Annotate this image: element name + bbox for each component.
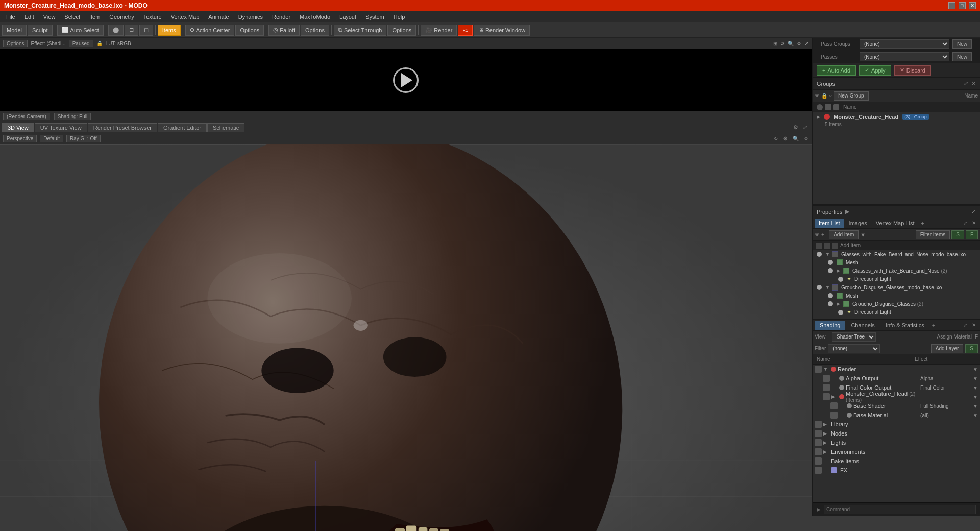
shading-item-alpha[interactable]: Alpha Output Alpha ▼ xyxy=(813,374,980,383)
tab-info-statistics[interactable]: Info & Statistics xyxy=(880,321,929,330)
add-item-arrow[interactable]: ▼ xyxy=(860,232,866,238)
menu-maxtomodo[interactable]: MaxToModo xyxy=(296,13,334,21)
render-button[interactable]: 🎥 Render xyxy=(421,25,457,36)
tab-3d-view[interactable]: 3D View xyxy=(2,123,34,132)
menu-dynamics[interactable]: Dynamics xyxy=(234,13,267,21)
shade-eye-icon[interactable] xyxy=(830,402,838,409)
shading-item-render[interactable]: ▼ Render ▼ xyxy=(813,365,980,374)
shade-dropdown-icon[interactable]: ▼ xyxy=(973,376,978,381)
zoom-in-icon[interactable]: 🔍 xyxy=(788,41,794,46)
f1-button[interactable]: F1 xyxy=(458,25,473,36)
add-item-button[interactable]: Add Item xyxy=(829,230,859,239)
auto-select-button[interactable]: ⬜ Auto Select xyxy=(57,25,104,36)
expand-icon[interactable]: ⤢ xyxy=(804,41,808,46)
menu-render[interactable]: Render xyxy=(268,13,295,21)
shading-close-icon[interactable]: ✕ xyxy=(970,322,978,328)
discard-button[interactable]: ✕ Discard xyxy=(894,65,931,76)
apply-button[interactable]: ✓ Apply xyxy=(859,65,891,76)
menu-view[interactable]: View xyxy=(39,13,60,21)
items-button[interactable]: Items xyxy=(158,25,181,36)
item-list-add-tab[interactable]: + xyxy=(919,220,926,226)
3d-canvas[interactable]: No Items Channels: 0 Deformers: ON GL: 1… xyxy=(0,144,812,531)
shade-dropdown-icon[interactable]: ▼ xyxy=(973,413,978,418)
shade-dropdown-icon[interactable]: ▼ xyxy=(973,403,978,409)
menu-system[interactable]: System xyxy=(361,13,388,21)
shading-item-fx[interactable]: FX xyxy=(813,466,980,475)
menu-vertex-map[interactable]: Vertex Map xyxy=(167,13,204,21)
menu-layout[interactable]: Layout xyxy=(335,13,360,21)
new-group-button[interactable]: New Group xyxy=(834,91,869,101)
close-button[interactable]: ✕ xyxy=(969,2,976,9)
tab-vertex-map-list[interactable]: Vertex Map List xyxy=(872,219,919,228)
tab-channels[interactable]: Channels xyxy=(846,321,879,330)
auto-add-button[interactable]: + Auto Add xyxy=(817,65,856,76)
shading-item-nodes[interactable]: ▶ Nodes xyxy=(813,429,980,438)
properties-expand-icon[interactable]: ▶ xyxy=(845,208,849,215)
f-button[interactable]: F xyxy=(966,230,978,239)
s-button[interactable]: S xyxy=(951,230,964,239)
render-window-button[interactable]: 🖥 Render Window xyxy=(474,25,530,36)
menu-help[interactable]: Help xyxy=(389,13,409,21)
default-button[interactable]: Default xyxy=(40,135,63,142)
tab-render-preset-browser[interactable]: Render Preset Browser xyxy=(88,123,157,132)
viewport-3d[interactable]: No Items Channels: 0 Deformers: ON GL: 1… xyxy=(0,144,812,531)
vp-gear-icon[interactable]: ⚙ xyxy=(791,124,800,131)
vis-dot[interactable] xyxy=(828,293,833,298)
list-item[interactable]: ▶ Glasses_with_Fake_Beard_and_Nose (2) xyxy=(813,267,980,275)
menu-edit[interactable]: Edit xyxy=(20,13,38,21)
shade-eye-icon[interactable] xyxy=(815,439,822,446)
item-list-expand-icon[interactable]: ⤢ xyxy=(961,220,969,226)
menu-file[interactable]: File xyxy=(2,13,19,21)
paused-button[interactable]: Paused xyxy=(69,40,93,47)
polygon-button[interactable]: ◻ xyxy=(139,25,153,36)
list-item[interactable]: Mesh xyxy=(813,258,980,267)
shade-dropdown-icon[interactable]: ▼ xyxy=(973,385,978,391)
options2-button[interactable]: Options xyxy=(301,25,329,36)
select-button[interactable]: ⬤ xyxy=(108,25,124,36)
item-list-close-icon[interactable]: ✕ xyxy=(970,220,978,226)
tab-add-button[interactable]: + xyxy=(245,124,254,132)
vis-dot[interactable] xyxy=(828,301,833,306)
filter-items-button[interactable]: Filter Items xyxy=(916,230,950,239)
shade-eye-icon[interactable] xyxy=(823,384,830,391)
tab-shading[interactable]: Shading xyxy=(815,321,845,330)
shading-item-monster[interactable]: ▶ Monster_Creature_Head (2) (Items) ▼ xyxy=(813,392,980,401)
properties-icons[interactable]: ⤢ xyxy=(971,208,976,215)
vp-gear2-icon[interactable]: ⚙ xyxy=(804,136,808,141)
minimize-button[interactable]: ─ xyxy=(948,2,955,9)
menu-item[interactable]: Item xyxy=(85,13,104,21)
gear-icon[interactable]: ⚙ xyxy=(797,41,801,46)
pass-groups-select[interactable]: (None) xyxy=(860,39,949,49)
vis-dot[interactable] xyxy=(817,252,822,257)
options3-button[interactable]: Options xyxy=(387,25,416,36)
menu-animate[interactable]: Animate xyxy=(204,13,233,21)
menu-geometry[interactable]: Geometry xyxy=(105,13,138,21)
groups-close-icon[interactable]: ✕ xyxy=(971,80,976,87)
shading-expand-icon[interactable]: ⤢ xyxy=(961,322,969,328)
falloff-button[interactable]: ◎ Falloff xyxy=(268,25,300,36)
edge-button[interactable]: ⊟ xyxy=(125,25,138,36)
tab-item-list[interactable]: Item List xyxy=(815,219,844,228)
menu-texture[interactable]: Texture xyxy=(139,13,166,21)
shading-item-lights[interactable]: ▶ Lights xyxy=(813,438,980,447)
list-item[interactable]: ▶ Groucho_Disguise_Glasses (2) xyxy=(813,300,980,308)
fit-icon[interactable]: ⊞ xyxy=(773,41,777,46)
passes-select[interactable]: (None) xyxy=(860,52,949,61)
options1-button[interactable]: Options xyxy=(235,25,264,36)
perspective-button[interactable]: Perspective xyxy=(3,135,37,142)
tab-images[interactable]: Images xyxy=(845,219,871,228)
sculpt-button[interactable]: Sculpt xyxy=(28,25,53,36)
vp-settings-icon[interactable]: ⚙ xyxy=(783,136,788,141)
shade-eye-icon[interactable] xyxy=(815,467,822,474)
list-item[interactable]: ▼ Groucho_Disguise_Glasses_modo_base.lxo xyxy=(813,283,980,292)
list-item[interactable]: Mesh xyxy=(813,292,980,300)
vp-rotate-icon[interactable]: ↻ xyxy=(774,136,778,141)
list-item[interactable]: ▼ Glasses_with_Fake_Beard_and_Nose_modo_… xyxy=(813,250,980,258)
shading-item-environments[interactable]: ▶ Environments xyxy=(813,447,980,456)
shade-eye-icon[interactable] xyxy=(815,457,822,465)
model-button[interactable]: Model xyxy=(2,25,27,36)
select-through-button[interactable]: ⧉ Select Through xyxy=(334,25,386,36)
camera-button[interactable]: (Render Camera) xyxy=(3,113,50,120)
shade-eye-icon[interactable] xyxy=(823,375,830,382)
shade-dropdown-icon[interactable]: ▼ xyxy=(973,394,978,400)
